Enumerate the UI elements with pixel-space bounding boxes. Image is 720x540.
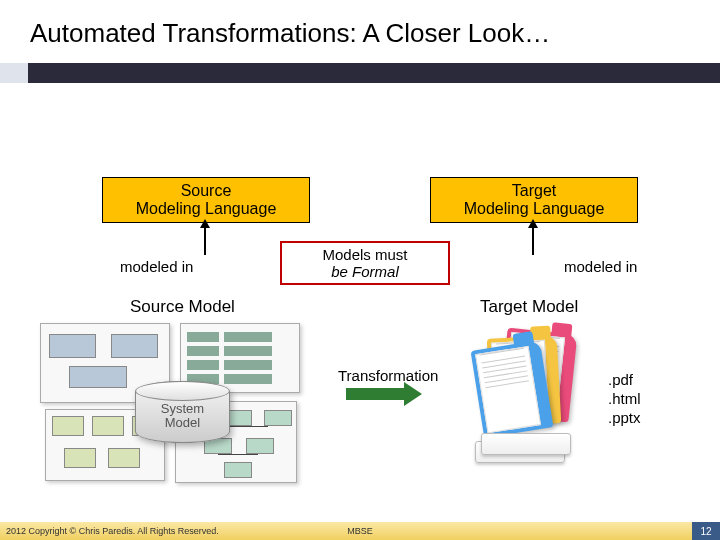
- slide-number: 12: [692, 522, 720, 540]
- target-language-line1: Target: [512, 182, 556, 200]
- target-language-box: Target Modeling Language: [430, 177, 638, 223]
- footer-center-label: MBSE: [347, 526, 373, 536]
- arrow-up-left: [204, 227, 206, 255]
- source-language-line2: Modeling Language: [136, 200, 277, 218]
- source-model-graphic: System Model: [40, 323, 305, 488]
- source-model-label: Source Model: [130, 297, 235, 317]
- file-ext-pptx: .pptx: [608, 409, 641, 428]
- slide-footer: 2012 Copyright © Chris Paredis. All Righ…: [0, 522, 720, 540]
- arrow-up-right: [532, 227, 534, 255]
- system-model-cylinder: System Model: [135, 381, 230, 443]
- modeled-in-left-label: modeled in: [120, 258, 193, 275]
- file-ext-pdf: .pdf: [608, 371, 641, 390]
- target-model-label: Target Model: [480, 297, 578, 317]
- doc-stack-2: [481, 433, 571, 455]
- models-must-be-formal-box: Models must be Formal: [280, 241, 450, 285]
- band-notch: [0, 63, 28, 83]
- file-ext-html: .html: [608, 390, 641, 409]
- title-band: [0, 63, 720, 83]
- modeled-in-right-label: modeled in: [564, 258, 637, 275]
- system-model-text: System Model: [161, 402, 204, 431]
- target-model-graphic: [475, 323, 595, 463]
- slide-title: Automated Transformations: A Closer Look…: [0, 0, 720, 57]
- transformation-label: Transformation: [338, 367, 438, 384]
- formal-line2: be Formal: [331, 263, 399, 280]
- transformation-arrow-icon: [346, 388, 406, 400]
- folder-blue: [471, 340, 554, 438]
- formal-line1: Models must: [322, 246, 407, 263]
- output-file-list: .pdf .html .pptx: [608, 371, 641, 427]
- target-language-line2: Modeling Language: [464, 200, 605, 218]
- diagram-area: Source Modeling Language Target Modeling…: [0, 83, 720, 523]
- source-language-line1: Source: [181, 182, 232, 200]
- source-language-box: Source Modeling Language: [102, 177, 310, 223]
